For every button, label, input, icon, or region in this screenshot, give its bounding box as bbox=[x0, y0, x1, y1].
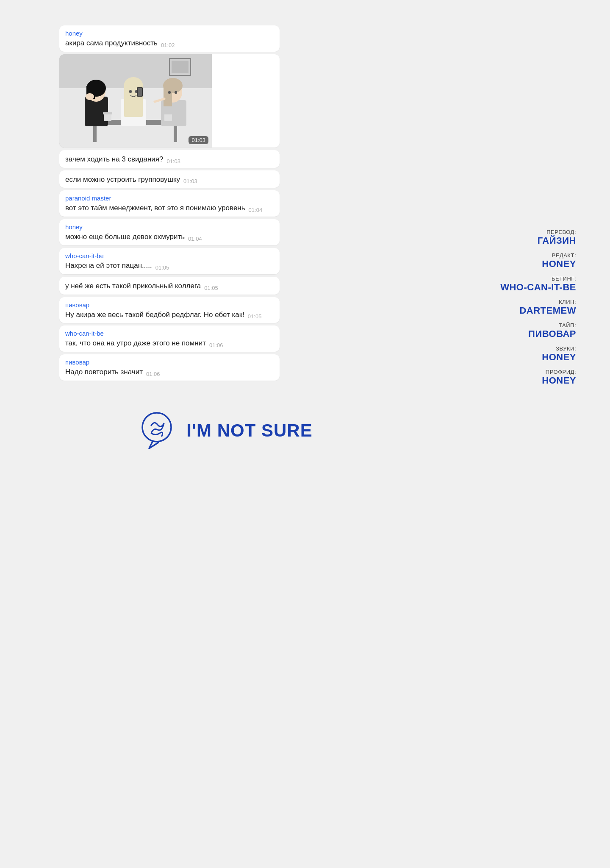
credit-label-4: ТАЙП: bbox=[559, 322, 576, 328]
message-time-1: 01:02 bbox=[161, 42, 175, 48]
message-text-8: Ну акира же весь такой бедбой редфлаг. Н… bbox=[65, 310, 244, 320]
credit-name-1: HONEY bbox=[542, 259, 576, 270]
credit-label-5: ЗВУКИ: bbox=[556, 345, 576, 352]
message-text-4: вот это тайм менеджмент, вот это я поним… bbox=[65, 203, 245, 213]
message-bubble-8: пивовар Ну акира же весь такой бедбой ре… bbox=[59, 297, 280, 323]
message-time-6: 01:05 bbox=[155, 264, 169, 271]
credit-row-4: ТАЙП: ПИВОВАР bbox=[500, 322, 576, 339]
message-bubble-9: who-can-it-be так, что она на утро даже … bbox=[59, 326, 280, 352]
credit-row-2: БЕТИНГ: WHO-CAN-IT-BE bbox=[500, 275, 576, 293]
msg-text-row-7: у неё же есть такой прикольный коллега 0… bbox=[65, 281, 274, 291]
msg-text-row-8: Ну акира же весь такой бедбой редфлаг. Н… bbox=[65, 310, 274, 320]
message-bubble-7: у неё же есть такой прикольный коллега 0… bbox=[59, 277, 280, 295]
message-time-9: 01:06 bbox=[209, 342, 223, 348]
msg-text-row-3: если можно устроить групповушку 01:03 bbox=[65, 175, 274, 185]
sender-who-2: who-can-it-be bbox=[65, 330, 274, 337]
credit-label-2: БЕТИНГ: bbox=[552, 275, 576, 282]
credit-label-0: ПЕРЕВОД: bbox=[546, 229, 576, 235]
message-bubble-4: paranoid master вот это тайм менеджмент,… bbox=[59, 190, 280, 217]
message-text-7: у неё же есть такой прикольный коллега bbox=[65, 281, 201, 291]
message-bubble-6: who-can-it-be Нахрена ей этот пацан.....… bbox=[59, 248, 280, 274]
svg-rect-21 bbox=[138, 88, 142, 96]
message-text-9: так, что она на утро даже этого не помни… bbox=[65, 338, 206, 348]
credit-name-2: WHO-CAN-IT-BE bbox=[500, 282, 576, 293]
manga-image-bubble: 01:03 bbox=[59, 54, 280, 147]
logo-text: I'M NOT SURE bbox=[186, 420, 312, 441]
chat-section: honey акира сама продуктивность 01:02 bbox=[59, 25, 390, 843]
svg-point-26 bbox=[168, 91, 171, 94]
message-time-5: 01:04 bbox=[188, 236, 202, 242]
credit-row-5: ЗВУКИ: HONEY bbox=[500, 345, 576, 363]
svg-rect-25 bbox=[164, 85, 172, 106]
credit-label-6: ПРОФРИД: bbox=[546, 369, 576, 375]
sender-who-1: who-can-it-be bbox=[65, 252, 274, 259]
svg-point-18 bbox=[129, 90, 132, 93]
msg-text-row-2: зачем ходить на 3 свидания? 01:03 bbox=[65, 154, 274, 164]
msg-text-row-4: вот это тайм менеджмент, вот это я поним… bbox=[65, 203, 274, 213]
sender-paranoid: paranoid master bbox=[65, 195, 274, 202]
msg-text-row-1: акира сама продуктивность 01:02 bbox=[65, 38, 274, 48]
credit-row-1: РЕДАКТ: HONEY bbox=[500, 252, 576, 270]
sender-pivovar-1: пивовар bbox=[65, 301, 274, 309]
message-bubble-3: если можно устроить групповушку 01:03 bbox=[59, 170, 280, 188]
message-text-1: акира сама продуктивность bbox=[65, 38, 158, 48]
manga-scene bbox=[59, 54, 212, 147]
credit-row-3: КЛИН: DARTEMEW bbox=[500, 299, 576, 316]
sender-pivovar-2: пивовар bbox=[65, 359, 274, 366]
credit-name-5: HONEY bbox=[542, 352, 576, 363]
message-time-10: 01:06 bbox=[146, 371, 160, 377]
sender-honey-2: honey bbox=[65, 223, 274, 231]
logo-icon bbox=[136, 409, 179, 453]
sender-honey-1: honey bbox=[65, 30, 274, 37]
message-bubble-10: пивовар Надо повторить значит 01:06 bbox=[59, 354, 280, 381]
credit-row-0: ПЕРЕВОД: ГАЙЗИН bbox=[500, 229, 576, 246]
svg-rect-5 bbox=[93, 125, 97, 142]
manga-image: 01:03 bbox=[59, 54, 212, 147]
svg-rect-29 bbox=[164, 112, 173, 114]
bottom-logo: I'M NOT SURE bbox=[59, 409, 390, 453]
message-text-3: если можно устроить групповушку bbox=[65, 175, 180, 185]
svg-point-31 bbox=[142, 413, 171, 442]
message-time-7: 01:05 bbox=[204, 285, 218, 291]
svg-rect-12 bbox=[104, 114, 111, 121]
message-time-2: 01:03 bbox=[166, 158, 180, 164]
message-time-3: 01:03 bbox=[183, 178, 197, 184]
credit-name-3: DARTEMEW bbox=[519, 305, 576, 316]
msg-text-row-9: так, что она на утро даже этого не помни… bbox=[65, 338, 274, 348]
credit-label-1: РЕДАКТ: bbox=[552, 252, 576, 259]
credit-label-3: КЛИН: bbox=[559, 299, 576, 305]
manga-svg bbox=[59, 54, 212, 147]
msg-text-row-5: можно еще больше девок охмурить 01:04 bbox=[65, 232, 274, 242]
message-bubble-5: honey можно еще больше девок охмурить 01… bbox=[59, 219, 280, 245]
message-bubble-2: зачем ходить на 3 свидания? 01:03 bbox=[59, 150, 280, 168]
svg-rect-13 bbox=[103, 112, 112, 114]
credit-name-4: ПИВОВАР bbox=[528, 328, 576, 339]
message-bubble-1: honey акира сама продуктивность 01:02 bbox=[59, 25, 280, 52]
video-time-badge: 01:03 bbox=[189, 136, 208, 144]
message-text-2: зачем ходить на 3 свидания? bbox=[65, 154, 163, 164]
message-time-4: 01:04 bbox=[249, 207, 263, 213]
message-text-5: можно еще больше девок охмурить bbox=[65, 232, 185, 242]
message-text-10: Надо повторить значит bbox=[65, 367, 143, 377]
svg-rect-3 bbox=[172, 61, 189, 73]
svg-point-27 bbox=[175, 91, 177, 94]
credit-name-0: ГАЙЗИН bbox=[538, 235, 576, 246]
svg-point-11 bbox=[86, 93, 94, 100]
credit-name-6: HONEY bbox=[542, 375, 576, 386]
svg-rect-28 bbox=[164, 114, 172, 121]
msg-text-row-10: Надо повторить значит 01:06 bbox=[65, 367, 274, 377]
message-time-8: 01:05 bbox=[248, 313, 262, 320]
message-text-6: Нахрена ей этот пацан..... bbox=[65, 261, 152, 271]
svg-rect-6 bbox=[174, 125, 177, 142]
credit-row-6: ПРОФРИД: HONEY bbox=[500, 369, 576, 386]
msg-text-row-6: Нахрена ей этот пацан..... 01:05 bbox=[65, 261, 274, 271]
credits-section: ПЕРЕВОД: ГАЙЗИН РЕДАКТ: HONEY БЕТИНГ: WH… bbox=[500, 229, 576, 386]
